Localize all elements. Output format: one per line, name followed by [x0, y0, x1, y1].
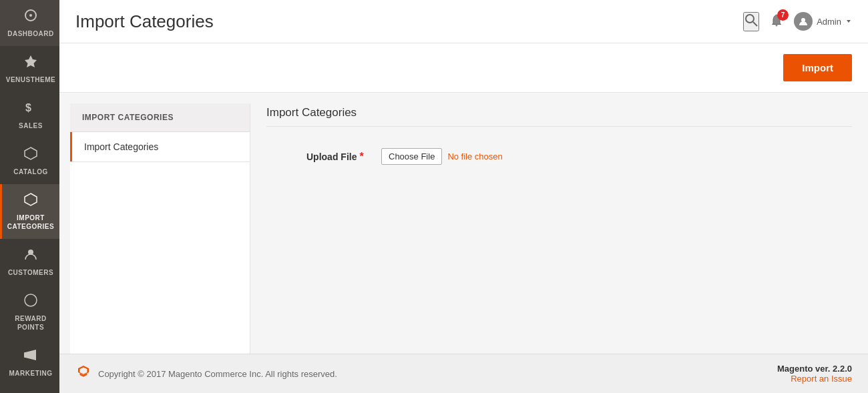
- upload-form-row: Upload File * Choose File No file chosen: [266, 135, 852, 171]
- upload-label: Upload File *: [306, 151, 373, 163]
- header-actions: 7 Admin: [743, 12, 852, 31]
- reward-points-icon: [23, 293, 38, 312]
- notification-badge: 7: [777, 9, 789, 21]
- magento-icon: [75, 364, 91, 380]
- sidebar-item-sales[interactable]: $ SALES: [0, 92, 59, 138]
- report-issue-link[interactable]: Report an Issue: [777, 374, 852, 384]
- svg-marker-4: [25, 147, 37, 159]
- sidebar-item-sales-label: SALES: [19, 121, 43, 130]
- sidebar-item-import-categories-label: IMPORT CATEGORIES: [5, 214, 57, 231]
- catalog-icon: [23, 146, 38, 165]
- sidebar-item-customers-label: CUSTOMERS: [8, 268, 53, 277]
- content-body: IMPORT CATEGORIES Import Categories Impo…: [59, 93, 868, 354]
- svg-point-7: [25, 294, 37, 306]
- right-panel: Import Categories Upload File * Choose F…: [250, 93, 868, 354]
- file-input-wrapper: Choose File No file chosen: [381, 148, 503, 165]
- notification-button[interactable]: 7: [770, 13, 783, 30]
- required-indicator: *: [359, 151, 363, 163]
- svg-marker-2: [25, 55, 37, 67]
- page-title: Import Categories: [75, 11, 214, 32]
- svg-point-13: [746, 15, 754, 23]
- svg-line-14: [753, 22, 757, 26]
- user-name: Admin: [817, 17, 841, 27]
- left-nav-bottom: [70, 161, 250, 167]
- footer-version: Magento ver. 2.2.0: [777, 364, 852, 374]
- sidebar-item-marketing[interactable]: MARKETING: [0, 340, 59, 386]
- chevron-down-icon: [845, 18, 852, 25]
- footer-right: Magento ver. 2.2.0 Report an Issue: [777, 364, 852, 384]
- sidebar-item-reward-points[interactable]: REWARD POINTS: [0, 285, 59, 340]
- sidebar-item-venustheme-label: VENUSTHEME: [6, 75, 55, 84]
- search-icon: [744, 13, 758, 27]
- panel-section-title: Import Categories: [266, 106, 852, 127]
- footer: Copyright © 2017 Magento Commerce Inc. A…: [59, 354, 868, 393]
- top-header: Import Categories 7: [59, 0, 868, 43]
- sidebar-item-import-categories[interactable]: IMPORT CATEGORIES: [0, 184, 59, 239]
- dashboard-icon: [23, 8, 38, 27]
- sidebar-item-customers[interactable]: CUSTOMERS: [0, 239, 59, 285]
- sales-icon: $: [23, 100, 38, 119]
- magento-logo-icon: [75, 364, 91, 384]
- svg-text:$: $: [25, 102, 31, 113]
- sidebar-item-venustheme[interactable]: VENUSTHEME: [0, 46, 59, 92]
- user-menu-button[interactable]: Admin: [794, 12, 852, 31]
- import-categories-icon: [23, 192, 38, 211]
- svg-marker-17: [847, 20, 851, 23]
- svg-point-1: [29, 14, 32, 17]
- sidebar: DASHBOARD VENUSTHEME $ SALES CATALOG IMP…: [0, 0, 59, 393]
- left-nav-header: IMPORT CATEGORIES: [70, 103, 250, 132]
- sidebar-item-catalog[interactable]: CATALOG: [0, 138, 59, 184]
- sidebar-item-dashboard[interactable]: DASHBOARD: [0, 0, 59, 46]
- avatar: [794, 12, 813, 31]
- sidebar-item-marketing-label: MARKETING: [9, 369, 52, 378]
- choose-file-button[interactable]: Choose File: [381, 148, 442, 165]
- footer-copyright: Copyright © 2017 Magento Commerce Inc. A…: [98, 369, 337, 379]
- main-area: Import Categories 7: [59, 0, 868, 393]
- sidebar-item-catalog-label: CATALOG: [13, 167, 47, 176]
- svg-rect-8: [24, 352, 26, 358]
- search-button[interactable]: [743, 12, 759, 31]
- left-nav: IMPORT CATEGORIES Import Categories: [70, 103, 250, 354]
- sidebar-item-content[interactable]: CONTENT: [0, 386, 59, 393]
- svg-point-15: [776, 24, 778, 26]
- action-bar: Import: [59, 43, 868, 93]
- no-file-chosen-text: No file chosen: [447, 151, 502, 161]
- customers-icon: [23, 247, 38, 266]
- footer-left: Copyright © 2017 Magento Commerce Inc. A…: [75, 364, 337, 384]
- sidebar-item-dashboard-label: DASHBOARD: [7, 29, 54, 38]
- marketing-icon: [23, 348, 38, 366]
- left-nav-item-import-categories[interactable]: Import Categories: [70, 132, 250, 161]
- sidebar-item-reward-points-label: REWARD POINTS: [5, 314, 57, 332]
- import-button[interactable]: Import: [783, 54, 852, 81]
- user-avatar-icon: [798, 16, 809, 27]
- venustheme-icon: [23, 54, 38, 73]
- svg-marker-5: [25, 193, 37, 206]
